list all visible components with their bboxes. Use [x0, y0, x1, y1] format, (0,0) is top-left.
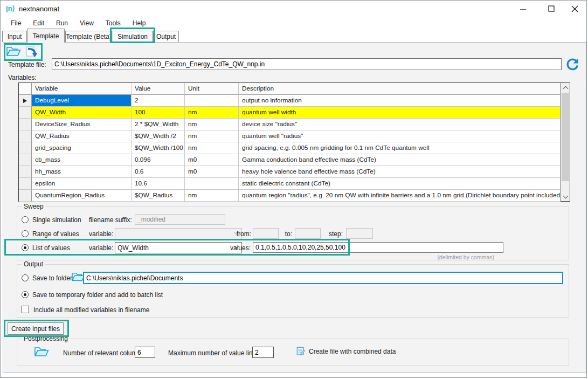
menu-file[interactable]: File: [5, 17, 27, 30]
cell-variable[interactable]: QuantumRegion_Radius: [32, 190, 132, 202]
create-combined-file-button[interactable]: Create file with combined data: [296, 347, 396, 356]
cell-value[interactable]: $QW_Radius: [132, 190, 185, 202]
relevant-column-input[interactable]: [135, 347, 155, 358]
scroll-up-button[interactable]: [561, 83, 570, 92]
single-simulation-radio[interactable]: [22, 216, 29, 223]
row-selector[interactable]: [19, 178, 32, 190]
row-selector[interactable]: [19, 130, 32, 142]
values-input[interactable]: [253, 242, 503, 253]
cell-value[interactable]: 2: [132, 95, 185, 107]
cell-variable[interactable]: hh_mass: [32, 166, 132, 178]
menu-edit[interactable]: Edit: [27, 17, 50, 30]
template-file-input[interactable]: [52, 58, 562, 70]
cell-unit[interactable]: nm: [185, 130, 239, 142]
row-selector[interactable]: [19, 107, 32, 119]
save-to-temp-radio[interactable]: [22, 291, 29, 298]
cell-variable[interactable]: cb_mass: [32, 154, 132, 166]
tab-input[interactable]: Input: [2, 31, 27, 42]
range-variable-label: variable:: [89, 230, 113, 238]
to-input[interactable]: [295, 228, 321, 239]
cell-description[interactable]: heavy hole valence band effective mass (…: [239, 166, 561, 178]
row-selector[interactable]: [19, 119, 32, 130]
cell-unit[interactable]: m0: [185, 166, 239, 178]
tab-simulation[interactable]: Simulation: [113, 31, 153, 42]
cell-variable[interactable]: epsilon: [32, 178, 132, 190]
reload-template-button[interactable]: [565, 57, 580, 72]
cell-variable[interactable]: QW_Width: [32, 107, 132, 119]
app-logo-icon: |n⟩: [6, 4, 15, 12]
scrollbar-thumb[interactable]: [562, 93, 569, 181]
app-title: nextnanomat: [19, 5, 59, 13]
cell-description[interactable]: grid spacing, e.g. 0.005 nm gridding for…: [239, 142, 561, 154]
table-scrollbar[interactable]: [561, 83, 570, 201]
menu-run[interactable]: Run: [50, 17, 74, 30]
save-to-folder-radio[interactable]: [22, 274, 29, 281]
menu-tools[interactable]: Tools: [100, 17, 127, 30]
list-of-values-radio[interactable]: [22, 244, 29, 251]
list-variable-select[interactable]: QW_Width: [115, 242, 242, 253]
output-folder-input[interactable]: [83, 272, 563, 284]
create-input-files-button[interactable]: Create input files: [8, 322, 64, 335]
postprocessing-group-title: Postprocessing: [22, 335, 70, 342]
range-variable-select[interactable]: [115, 228, 242, 239]
tab-template-beta[interactable]: Template (Beta): [65, 31, 112, 42]
range-of-values-radio[interactable]: [22, 230, 29, 237]
scroll-down-button[interactable]: [561, 192, 570, 201]
cell-description[interactable]: output no information: [239, 95, 561, 107]
col-value[interactable]: Value: [132, 83, 185, 95]
cell-unit[interactable]: nm: [185, 107, 239, 119]
cell-description[interactable]: quantum well width: [239, 107, 561, 119]
include-variables-checkbox[interactable]: [22, 306, 29, 313]
cell-variable[interactable]: DebugLevel: [32, 95, 132, 107]
col-variable[interactable]: Variable: [32, 83, 132, 95]
cell-description[interactable]: static dielectric constant (CdTe): [239, 178, 561, 190]
cell-description[interactable]: Gamma conduction band effective mass (Cd…: [239, 154, 561, 166]
from-input[interactable]: [253, 228, 279, 239]
cell-value[interactable]: 0.6: [132, 166, 185, 178]
cell-unit[interactable]: [185, 95, 239, 107]
postprocessing-folder-button[interactable]: [33, 344, 50, 360]
filename-suffix-input[interactable]: [135, 214, 225, 225]
load-template-button[interactable]: [23, 44, 40, 60]
col-description[interactable]: Description: [239, 83, 561, 95]
row-selector[interactable]: [19, 154, 32, 166]
cell-description[interactable]: device size "radius": [239, 119, 561, 130]
minimize-button[interactable]: [514, 1, 532, 17]
table-row: QW_Width 100 nm quantum well width: [19, 107, 561, 119]
step-input[interactable]: [346, 228, 373, 239]
cell-value[interactable]: 0.096: [132, 154, 185, 166]
cell-unit[interactable]: m0: [185, 154, 239, 166]
close-button[interactable]: [565, 1, 584, 17]
cell-value[interactable]: 100: [132, 107, 185, 119]
list-variable-label: variable:: [89, 244, 113, 252]
filename-suffix-label: filename suffix:: [89, 216, 132, 224]
cell-description[interactable]: quantum well "radius": [239, 130, 561, 142]
col-unit[interactable]: Unit: [185, 83, 239, 95]
tab-output[interactable]: Output: [153, 31, 179, 42]
cell-value[interactable]: $QW_Width /100: [132, 142, 185, 154]
menu-help[interactable]: Help: [127, 17, 152, 30]
tab-template[interactable]: Template: [27, 29, 65, 43]
cell-value[interactable]: $QW_Width /2: [132, 130, 185, 142]
cell-variable[interactable]: QW_Radius: [32, 130, 132, 142]
cell-value[interactable]: 10.6: [132, 178, 185, 190]
value-lines-input[interactable]: [252, 347, 274, 358]
cell-unit[interactable]: [185, 178, 239, 190]
cell-variable[interactable]: DeviceSize_Radius: [32, 119, 132, 130]
maximize-button[interactable]: [542, 1, 561, 17]
row-selector[interactable]: [19, 142, 32, 154]
row-selector[interactable]: [19, 166, 32, 178]
cell-unit[interactable]: nm: [185, 142, 239, 154]
cell-unit[interactable]: nm: [185, 190, 239, 202]
row-selector-current[interactable]: [19, 95, 32, 107]
menu-view[interactable]: View: [74, 17, 100, 30]
create-combined-file-label: Create file with combined data: [309, 348, 396, 355]
from-label: from:: [233, 230, 251, 238]
cell-unit[interactable]: nm: [185, 119, 239, 130]
cell-variable[interactable]: grid_spacing: [32, 142, 132, 154]
cell-description[interactable]: quantum region "radius", e.g. 20 nm QW w…: [239, 190, 561, 202]
row-selector[interactable]: [19, 190, 32, 202]
cell-value[interactable]: 2 * $QW_Width: [132, 119, 185, 130]
template-file-label: Template file:: [8, 61, 46, 68]
open-template-button[interactable]: [5, 44, 22, 60]
